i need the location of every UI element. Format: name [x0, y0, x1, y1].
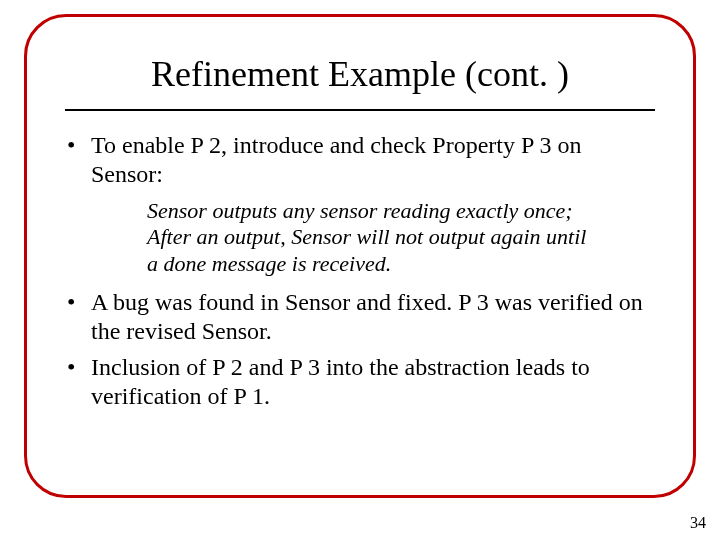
bullet-1-text-1: To enable — [91, 132, 191, 158]
bullet-3-text-4: . — [264, 383, 270, 409]
bullet-list: To enable P 2, introduce and check Prope… — [63, 131, 657, 411]
bullet-2-text-1: A bug was found in Sensor and fixed. — [91, 289, 458, 315]
term-p3-b: P 3 — [289, 354, 319, 380]
term-p1: P 1 — [234, 383, 264, 409]
bullet-2: A bug was found in Sensor and fixed. P 3… — [63, 288, 657, 347]
title-underline — [65, 109, 655, 111]
quote-line-1: Sensor outputs any sensor reading exactl… — [147, 198, 637, 225]
bullet-1: To enable P 2, introduce and check Prope… — [63, 131, 657, 278]
page-number: 34 — [690, 514, 706, 532]
quote-line-2: After an output, Sensor will not output … — [147, 224, 637, 251]
bullet-3-text-1: Inclusion of — [91, 354, 212, 380]
quote-line-3: a done message is received. — [147, 251, 637, 278]
property-quote: Sensor outputs any sensor reading exactl… — [147, 198, 657, 278]
term-property-p3: Property P 3 — [432, 132, 551, 158]
slide-frame: Refinement Example (cont. ) To enable P … — [24, 14, 696, 498]
bullet-1-text-2: , introduce and check — [221, 132, 432, 158]
bullet-3: Inclusion of P 2 and P 3 into the abstra… — [63, 353, 657, 412]
term-p3: P 3 — [458, 289, 488, 315]
slide-title: Refinement Example (cont. ) — [63, 53, 657, 95]
term-p2: P 2 — [191, 132, 221, 158]
bullet-3-text-2: and — [243, 354, 290, 380]
term-p2-b: P 2 — [212, 354, 242, 380]
